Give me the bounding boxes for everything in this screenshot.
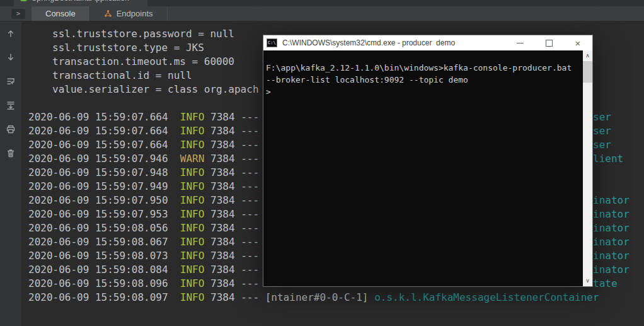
soft-wrap-icon [6, 76, 16, 86]
minimize-button[interactable] [505, 35, 534, 50]
tool-window-tabs: > Console Endpoints [0, 6, 644, 21]
log-level: INFO [180, 139, 205, 151]
cmd-exe-icon: C:\ [267, 38, 277, 47]
log-timestamp: 2020-06-09 15:59:07.664 [28, 139, 168, 151]
log-level: INFO [180, 194, 205, 206]
log-fragment: ser [593, 110, 611, 124]
minimize-icon [517, 43, 524, 44]
log-level: WARN [180, 153, 205, 165]
tab-console-label: Console [45, 9, 76, 18]
log-pid: 7384 [210, 194, 235, 206]
cmd-scrollbar[interactable]: ∧ ∨ [583, 50, 592, 286]
log-pid: 7384 [210, 125, 235, 137]
log-timestamp: 2020-06-09 15:59:07.949 [28, 180, 168, 192]
log-separator: --- [241, 264, 259, 276]
log-fragment: ser [593, 138, 611, 152]
log-pid: 7384 [210, 277, 235, 289]
log-pid: 7384 [210, 180, 235, 192]
log-fragment: inator [593, 249, 630, 263]
log-fragment: inator [593, 235, 630, 249]
log-level: INFO [180, 264, 205, 276]
log-timestamp: 2020-06-09 15:59:07.953 [28, 208, 168, 220]
print-button[interactable] [5, 124, 17, 134]
cmd-line: > [266, 86, 578, 98]
log-timestamp: 2020-06-09 15:59:08.097 [28, 291, 168, 303]
close-icon: × [575, 38, 581, 48]
tab-console[interactable]: Console [32, 6, 90, 21]
log-timestamp: 2020-06-09 15:59:07.664 [28, 111, 168, 123]
log-separator: --- [241, 208, 259, 220]
console-toolbar [0, 21, 22, 326]
log-fragment: inator [593, 263, 630, 277]
cmd-window-title: C:\WINDOWS\system32\cmd.exe - producer d… [282, 38, 505, 47]
log-separator: --- [241, 180, 259, 192]
log-separator: --- [241, 194, 259, 206]
log-pid: 7384 [210, 111, 235, 123]
log-fragment: inator [593, 207, 630, 221]
log-separator: --- [241, 236, 259, 248]
log-separator: --- [241, 250, 259, 262]
log-pid: 7384 [210, 139, 235, 151]
log-fragment: tate [593, 277, 618, 291]
up-arrow-icon [6, 28, 16, 38]
log-separator: --- [241, 153, 259, 165]
cmd-window[interactable]: C:\ C:\WINDOWS\system32\cmd.exe - produc… [263, 35, 593, 287]
cmd-window-controls: × [505, 35, 592, 50]
scroll-down-button[interactable] [5, 52, 17, 62]
spring-boot-icon [20, 0, 27, 1]
log-level: INFO [180, 222, 205, 234]
printer-icon [6, 124, 16, 134]
log-level: INFO [180, 277, 205, 289]
scrollbar-thumb[interactable] [583, 61, 592, 83]
close-button[interactable]: × [563, 35, 592, 50]
log-fragment: ser [593, 124, 611, 138]
maximize-button[interactable] [534, 35, 563, 50]
scroll-up-button[interactable] [5, 28, 17, 38]
scroll-to-end-button[interactable] [5, 100, 17, 110]
log-level: INFO [180, 111, 205, 123]
tab-endpoints-label: Endpoints [117, 9, 153, 18]
close-icon[interactable]: × [136, 0, 141, 3]
log-logger-name: o.s.k.l.KafkaMessageListenerContainer [374, 291, 599, 303]
down-arrow-icon [6, 52, 16, 62]
scroll-to-end-icon [6, 100, 16, 110]
maximize-icon [546, 40, 553, 47]
log-separator: --- [241, 139, 259, 151]
log-timestamp: 2020-06-09 15:59:08.084 [28, 264, 168, 276]
soft-wrap-button[interactable] [5, 76, 17, 86]
log-separator: --- [241, 166, 259, 178]
log-level: INFO [180, 291, 205, 303]
log-separator: --- [241, 125, 259, 137]
log-separator: --- [241, 291, 259, 303]
log-timestamp: 2020-06-09 15:59:07.950 [28, 194, 168, 206]
log-timestamp: 2020-06-09 15:59:07.664 [28, 125, 168, 137]
console-icon: > [11, 9, 25, 19]
log-thread: [ntainer#0-0-C-1] [265, 291, 369, 303]
clear-all-button[interactable] [5, 148, 17, 158]
log-pid: 7384 [210, 264, 235, 276]
down-arrow-icon: ∨ [585, 275, 590, 287]
log-separator: --- [241, 222, 259, 234]
log-level: INFO [180, 125, 205, 137]
cmd-output: F:\app\kafka_2.12-1.1.0\bin\windows>kafk… [266, 62, 578, 98]
cmd-console[interactable]: F:\app\kafka_2.12-1.1.0\bin\windows>kafk… [263, 50, 592, 286]
scroll-up-arrow[interactable]: ∧ [583, 50, 592, 61]
cmd-titlebar[interactable]: C:\ C:\WINDOWS\system32\cmd.exe - produc… [263, 35, 592, 50]
run-tab-strip: SpringBootKafkaApplication × [0, 0, 644, 6]
log-timestamp: 2020-06-09 15:59:07.946 [28, 153, 168, 165]
log-pid: 7384 [210, 236, 235, 248]
log-separator: --- [241, 111, 259, 123]
log-pid: 7384 [210, 153, 235, 165]
endpoints-icon [104, 9, 112, 18]
log-level: INFO [180, 166, 205, 178]
log-pid: 7384 [210, 222, 235, 234]
log-pid: 7384 [210, 208, 235, 220]
log-timestamp: 2020-06-09 15:59:07.948 [28, 166, 168, 178]
log-pid: 7384 [210, 250, 235, 262]
run-tab[interactable]: SpringBootKafkaApplication × [14, 0, 147, 6]
scroll-down-arrow[interactable]: ∨ [583, 276, 592, 286]
log-timestamp: 2020-06-09 15:59:08.096 [28, 277, 168, 289]
log-timestamp: 2020-06-09 15:59:08.067 [28, 236, 168, 248]
tab-endpoints[interactable]: Endpoints [90, 6, 168, 21]
run-tab-label: SpringBootKafkaApplication [32, 0, 129, 3]
